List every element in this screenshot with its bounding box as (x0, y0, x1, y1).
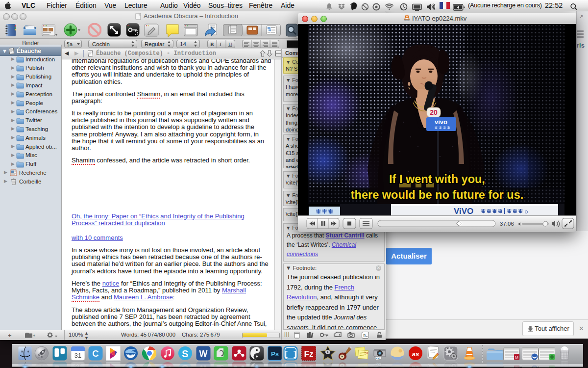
svg-text:Ps: Ps (271, 350, 279, 358)
svg-text:W: W (199, 349, 208, 359)
svg-text:37:06: 37:06 (500, 221, 514, 227)
svg-text:31: 31 (74, 352, 81, 359)
svg-text:U: U (228, 41, 232, 47)
svg-text:as: as (412, 350, 419, 358)
svg-text:20: 20 (430, 108, 438, 116)
svg-text:S: S (182, 348, 188, 359)
svg-text:there would be no future for u: there would be no future for us. (351, 188, 524, 201)
svg-text:n: n (363, 333, 366, 338)
svg-text:+: + (33, 333, 35, 338)
svg-text:Cochin: Cochin (92, 41, 110, 47)
svg-text:14: 14 (180, 41, 186, 47)
svg-text:B: B (210, 41, 214, 47)
svg-text:[ ]: [ ] (284, 350, 297, 359)
svg-text:C: C (92, 348, 99, 359)
svg-text:M: M (515, 355, 518, 360)
svg-text:ViVO: ViVO (454, 207, 473, 215)
svg-text:Top: Top (364, 351, 368, 354)
svg-text:Regular: Regular (145, 41, 164, 47)
svg-text:¶a: ¶a (67, 41, 73, 47)
svg-text:If I went with you,: If I went with you, (389, 173, 485, 185)
svg-text:Fz: Fz (304, 349, 314, 359)
svg-text:vivo: vivo (435, 118, 447, 126)
